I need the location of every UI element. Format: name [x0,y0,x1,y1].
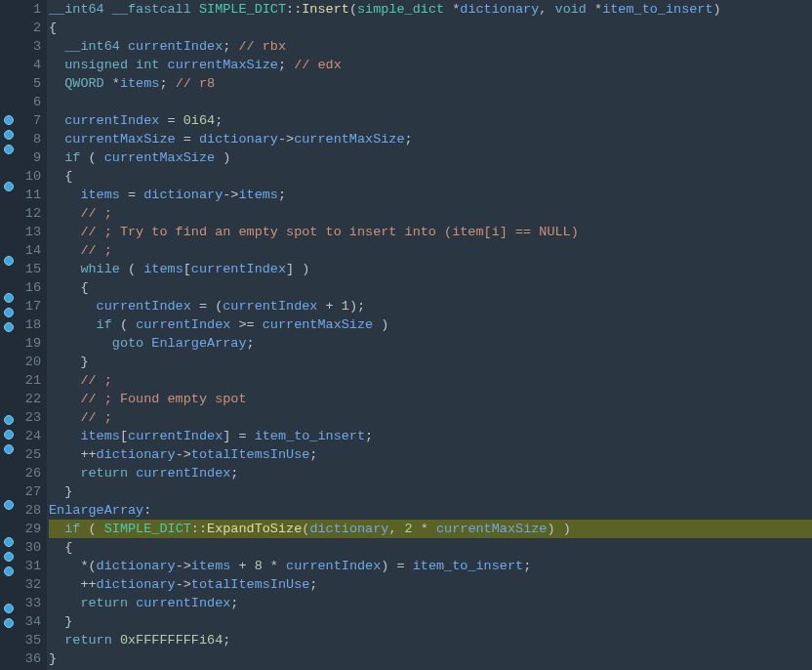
breakpoint-marker[interactable] [4,500,14,510]
breakpoint-marker[interactable] [4,444,14,454]
breakpoint-slot[interactable] [0,374,20,393]
token: ; [215,113,223,128]
code-line[interactable] [49,93,812,111]
breakpoint-marker[interactable] [4,415,14,425]
breakpoint-marker[interactable] [4,618,14,628]
code-line[interactable]: // ; Found empty spot [49,390,812,408]
code-line[interactable]: __int64 currentIndex; // rbx [49,37,812,56]
token: -> [223,188,238,202]
code-area[interactable]: __int64 __fastcall SIMPLE_DICT::Insert(s… [47,0,812,670]
line-number: 6 [20,93,41,111]
breakpoint-marker[interactable] [4,130,14,140]
code-line[interactable]: ++dictionary->totalItemsInUse; [49,575,812,594]
token [49,150,64,165]
code-line[interactable]: { [49,278,812,297]
breakpoint-marker[interactable] [4,308,14,317]
breakpoint-slot[interactable] [0,271,20,289]
code-line[interactable]: currentIndex = 0i64; [49,111,812,130]
breakpoint-gutter[interactable] [0,0,20,670]
code-line[interactable]: // ; [49,371,812,390]
code-line[interactable]: // ; [49,241,812,260]
token: void [555,2,595,17]
code-line[interactable]: return currentIndex; [49,464,812,482]
token: * [594,2,602,17]
breakpoint-slot[interactable] [0,478,20,496]
code-line[interactable]: { [49,538,812,557]
token: __int64 __fastcall [49,2,199,17]
code-line[interactable]: goto EnlargeArray; [49,334,812,353]
breakpoint-slot[interactable] [0,459,20,478]
token: dictionary [199,132,278,147]
line-number: 9 [20,148,41,167]
code-line[interactable]: } [49,649,812,668]
token [49,522,64,536]
breakpoint-slot[interactable] [0,19,20,37]
code-line[interactable]: currentMaxSize = dictionary->currentMaxS… [49,130,812,148]
breakpoint-slot[interactable] [0,356,20,374]
code-line[interactable]: { [49,19,812,37]
code-line[interactable]: { [49,167,812,186]
breakpoint-slot[interactable] [0,581,20,600]
breakpoint-slot[interactable] [0,93,20,111]
token: -> [176,577,191,592]
code-line[interactable]: return currentIndex; [49,594,812,612]
code-line[interactable]: items = dictionary->items; [49,186,812,204]
breakpoint-marker[interactable] [4,322,14,332]
code-line[interactable]: currentIndex = (currentIndex + 1); [49,297,812,315]
token: // ; [80,206,111,221]
code-line[interactable]: while ( items[currentIndex] ) [49,260,812,278]
token: , [388,522,404,536]
code-line[interactable]: ++dictionary->totalItemsInUse; [49,445,812,464]
breakpoint-marker[interactable] [4,256,14,266]
token: = [159,113,183,128]
breakpoint-slot[interactable] [0,393,20,411]
code-line[interactable]: items[currentIndex] = item_to_insert; [49,427,812,445]
code-line[interactable]: if ( currentIndex >= currentMaxSize ) [49,315,812,334]
breakpoint-slot[interactable] [0,196,20,215]
code-line[interactable]: if ( SIMPLE_DICT::ExpandToSize(dictionar… [49,520,812,538]
breakpoint-slot[interactable] [0,74,20,93]
breakpoint-slot[interactable] [0,337,20,356]
breakpoint-marker[interactable] [4,604,14,613]
token: // r8 [176,76,216,91]
breakpoint-slot[interactable] [0,233,20,252]
breakpoint-marker[interactable] [4,293,14,303]
code-line[interactable]: QWORD *items; // r8 [49,74,812,93]
code-line[interactable]: EnlargeArray: [49,501,812,520]
token: __int64 [64,39,128,54]
token: : [143,503,151,518]
token [49,596,80,610]
breakpoint-marker[interactable] [4,552,14,562]
breakpoint-slot[interactable] [0,215,20,233]
token: = [120,188,143,202]
code-line[interactable]: // ; [49,408,812,427]
breakpoint-slot[interactable] [0,159,20,178]
token: currentIndex [97,299,191,314]
code-line[interactable]: *(dictionary->items + 8 * currentIndex) … [49,557,812,575]
code-line[interactable]: // ; [49,204,812,223]
breakpoint-marker[interactable] [4,115,14,125]
breakpoint-marker[interactable] [4,430,14,440]
code-line[interactable]: __int64 __fastcall SIMPLE_DICT::Insert(s… [49,0,812,19]
breakpoint-marker[interactable] [4,145,14,154]
breakpoint-marker[interactable] [4,182,14,191]
breakpoint-marker[interactable] [4,566,14,576]
code-line[interactable]: unsigned int currentMaxSize; // edx [49,56,812,74]
breakpoint-slot[interactable] [0,56,20,74]
line-number: 10 [20,167,41,186]
line-number: 21 [20,371,41,390]
code-line[interactable]: } [49,482,812,501]
code-line[interactable]: // ; Try to find an empty spot to insert… [49,223,812,241]
breakpoint-marker[interactable] [4,537,14,547]
line-number: 1 [20,0,41,19]
token: ( [80,150,103,165]
code-line[interactable]: } [49,612,812,631]
token: dictionary [143,188,223,202]
breakpoint-slot[interactable] [0,37,20,56]
breakpoint-slot[interactable] [0,0,20,19]
code-line[interactable]: if ( currentMaxSize ) [49,148,812,167]
token: currentMaxSize [168,58,278,72]
code-line[interactable]: } [49,353,812,371]
breakpoint-slot[interactable] [0,515,20,533]
code-line[interactable]: return 0xFFFFFFFFi64; [49,631,812,649]
